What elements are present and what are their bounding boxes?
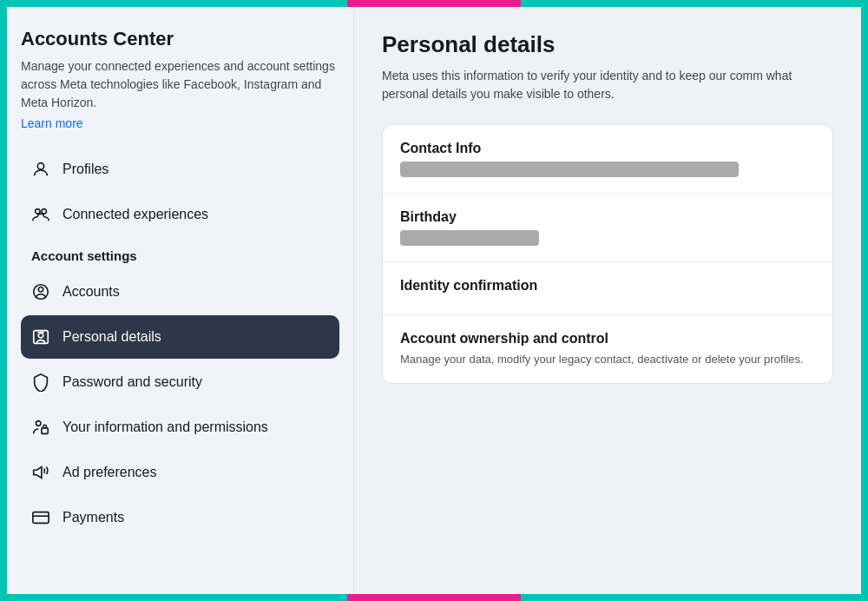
shield-icon <box>31 373 50 392</box>
svg-point-6 <box>38 333 43 338</box>
sidebar-item-accounts[interactable]: Accounts <box>21 270 339 314</box>
account-ownership-item[interactable]: Account ownership and control Manage you… <box>383 315 832 383</box>
account-circle-icon <box>31 282 50 301</box>
birthday-value <box>400 230 539 246</box>
bottom-color-bar <box>0 594 868 601</box>
sidebar-description: Manage your connected experiences and ac… <box>21 57 339 112</box>
connected-experiences-label: Connected experiences <box>62 207 208 222</box>
birthday-item[interactable]: Birthday <box>383 194 832 262</box>
learn-more-link[interactable]: Learn more <box>21 116 83 130</box>
svg-point-1 <box>36 209 41 215</box>
person-lock-icon <box>31 418 50 437</box>
svg-point-0 <box>37 163 43 169</box>
identity-confirmation-item[interactable]: Identity confirmation <box>383 262 832 315</box>
top-color-bar <box>0 0 868 7</box>
account-settings-header: Account settings <box>21 238 339 270</box>
sidebar-title: Accounts Center <box>21 28 339 50</box>
svg-point-4 <box>38 287 43 293</box>
personal-details-label: Personal details <box>62 329 161 345</box>
password-security-label: Password and security <box>62 374 202 390</box>
svg-rect-10 <box>33 512 49 524</box>
birthday-title: Birthday <box>400 209 815 225</box>
sidebar-item-connected-experiences[interactable]: Connected experiences <box>21 193 339 236</box>
sidebar-item-profiles[interactable]: Profiles <box>21 148 339 191</box>
sidebar-item-personal-details[interactable]: Personal details <box>21 315 339 359</box>
ad-preferences-label: Ad preferences <box>62 465 157 480</box>
sidebar: Accounts Center Manage your connected ex… <box>7 7 354 594</box>
people-icon <box>31 205 50 224</box>
main-content: Personal details Meta uses this informat… <box>354 7 861 594</box>
your-information-label: Your information and permissions <box>62 419 268 435</box>
personal-details-card: Contact Info Birthday Identity confirmat… <box>382 124 833 384</box>
sidebar-item-payments[interactable]: Payments <box>21 496 339 539</box>
contact-info-title: Contact Info <box>400 141 815 156</box>
main-container: Accounts Center Manage your connected ex… <box>7 7 861 594</box>
accounts-label: Accounts <box>62 284 120 300</box>
svg-point-2 <box>42 209 46 215</box>
svg-point-8 <box>36 421 42 426</box>
person-icon <box>31 160 50 179</box>
sidebar-item-ad-preferences[interactable]: Ad preferences <box>21 451 339 494</box>
page-description: Meta uses this information to verify you… <box>382 67 833 103</box>
contact-info-item[interactable]: Contact Info <box>383 125 832 194</box>
right-color-bar <box>861 0 868 601</box>
contact-info-value <box>400 162 739 177</box>
left-color-bar <box>0 0 7 601</box>
badge-icon <box>31 327 50 347</box>
account-ownership-title: Account ownership and control <box>400 331 815 347</box>
account-ownership-description: Manage your data, modify your legacy con… <box>400 352 815 367</box>
profiles-label: Profiles <box>62 162 108 177</box>
credit-card-icon <box>31 508 50 527</box>
megaphone-icon <box>31 463 50 482</box>
sidebar-item-password-security[interactable]: Password and security <box>21 360 339 404</box>
identity-confirmation-title: Identity confirmation <box>400 278 815 294</box>
sidebar-item-your-information[interactable]: Your information and permissions <box>21 406 339 449</box>
payments-label: Payments <box>62 510 124 525</box>
svg-rect-9 <box>42 428 48 433</box>
page-title: Personal details <box>382 31 833 58</box>
